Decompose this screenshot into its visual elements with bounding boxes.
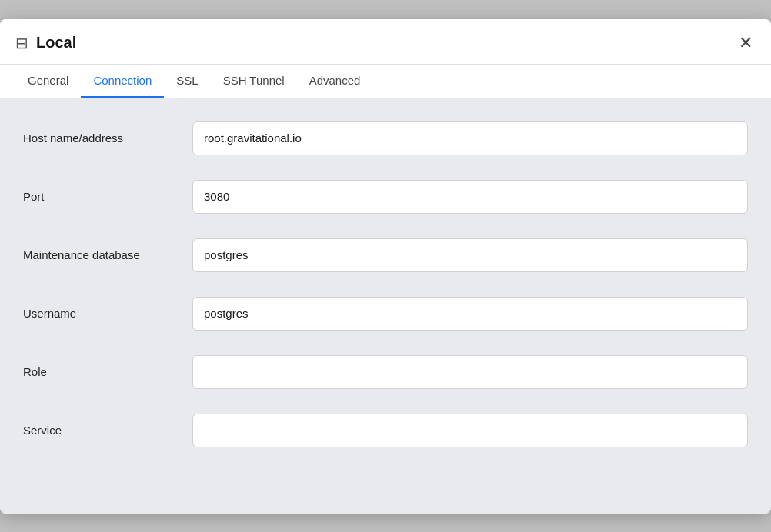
role-input[interactable]	[192, 355, 748, 389]
tab-advanced[interactable]: Advanced	[297, 65, 373, 98]
tab-general[interactable]: General	[15, 65, 81, 98]
username-row: Username	[23, 292, 748, 335]
maintenance-database-label: Maintenance database	[23, 247, 192, 263]
username-label: Username	[23, 305, 192, 321]
hostname-label: Host name/address	[23, 130, 192, 146]
tab-bar: General Connection SSL SSH Tunnel Advanc…	[0, 65, 771, 98]
hostname-row: Host name/address	[23, 117, 748, 160]
port-input[interactable]	[192, 180, 748, 214]
role-row: Role	[23, 351, 748, 394]
tab-ssl[interactable]: SSL	[164, 65, 210, 98]
tab-ssh-tunnel[interactable]: SSH Tunnel	[211, 65, 297, 98]
tab-connection[interactable]: Connection	[81, 65, 164, 98]
dialog-header: ⊟ Local ✕	[0, 19, 771, 65]
service-row: Service	[23, 409, 748, 452]
username-input[interactable]	[192, 297, 748, 331]
maintenance-database-input[interactable]	[192, 238, 748, 272]
title-container: ⊟ Local	[15, 34, 76, 52]
dialog: ⊟ Local ✕ General Connection SSL SSH Tun…	[0, 19, 771, 514]
role-label: Role	[23, 364, 192, 380]
dialog-title: Local	[36, 34, 76, 52]
port-label: Port	[23, 188, 192, 204]
close-button[interactable]: ✕	[736, 32, 756, 55]
maintenance-database-row: Maintenance database	[23, 234, 748, 277]
form-content: Host name/address Port Maintenance datab…	[0, 98, 771, 514]
service-input[interactable]	[192, 414, 748, 447]
service-label: Service	[23, 422, 192, 438]
hostname-input[interactable]	[192, 121, 748, 155]
database-icon: ⊟	[15, 34, 28, 52]
port-row: Port	[23, 175, 748, 218]
